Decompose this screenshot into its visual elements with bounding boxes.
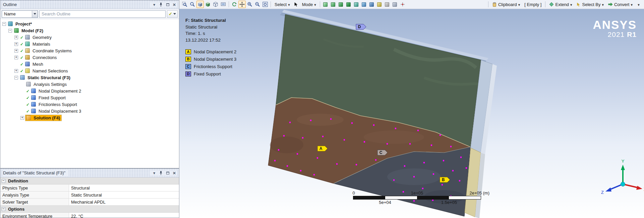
rotate-icon[interactable] (231, 1, 238, 8)
collapse-icon[interactable] (2, 179, 5, 183)
expander-icon[interactable] (8, 29, 12, 33)
select-edge-filter-icon[interactable] (330, 1, 337, 8)
combobox-arrow-button[interactable] (32, 11, 38, 17)
tree-item-static-structural[interactable]: Static Structural (F3) (0, 74, 179, 81)
collapse-icon[interactable] (2, 207, 5, 211)
clipboard-menu[interactable]: Clipboard (490, 1, 522, 8)
details-value[interactable]: Mechanical APDL (69, 199, 179, 205)
expander-icon[interactable] (14, 69, 18, 73)
zoom-in-icon[interactable] (246, 1, 253, 8)
pin-icon[interactable] (158, 170, 164, 176)
triad-origin-sphere[interactable] (621, 182, 625, 186)
annotation-legend: A Nodal Displacement 2 B Nodal Displacem… (185, 48, 236, 77)
expander-icon[interactable] (14, 36, 18, 39)
image-capture-icon[interactable] (220, 1, 227, 8)
panel-menu-icon[interactable] (152, 170, 157, 176)
maximize-icon[interactable] (165, 170, 170, 176)
expander-icon[interactable] (14, 49, 18, 53)
selected-item-highlight: Solution (F4) (25, 115, 61, 121)
select-mesh-elements-icon[interactable] (368, 1, 375, 8)
tree-item-solution[interactable]: Solution (F4) (0, 114, 179, 121)
convert-arrow-icon (608, 2, 613, 6)
y-axis-arrow-icon[interactable] (621, 165, 625, 170)
details-value[interactable]: Static Structural (69, 192, 179, 198)
look-at-face-icon[interactable] (204, 1, 212, 8)
zoom-icon[interactable] (189, 1, 196, 8)
status-check-icon (19, 48, 24, 53)
panel-menu-icon[interactable] (152, 2, 157, 7)
wireframe-view-icon[interactable] (212, 1, 219, 8)
maximize-icon[interactable] (165, 2, 170, 7)
select-menu[interactable]: Select (273, 1, 292, 8)
expander-icon[interactable] (14, 42, 18, 46)
expander-icon[interactable] (14, 56, 18, 59)
details-value[interactable]: 22. °C (69, 213, 179, 218)
close-icon[interactable] (172, 2, 177, 7)
fixed-support-icon (31, 95, 36, 100)
details-section-options[interactable]: Options (0, 206, 179, 213)
annotation-flag-d[interactable]: D (356, 24, 366, 30)
status-check-icon (19, 55, 24, 60)
toolbar-right-group: Clipboard [ Empty ] Extend Select By (487, 1, 642, 8)
nodal-displacement-icon (31, 109, 36, 113)
iso-view-icon[interactable] (196, 1, 204, 8)
z-axis-arrow-icon[interactable] (605, 187, 611, 192)
static-structural-icon (20, 75, 25, 80)
nodal-displacement-icon (31, 89, 36, 93)
geometry-scene[interactable]: D A C B (179, 9, 644, 218)
orientation-triad[interactable]: Y X Z (598, 159, 644, 212)
select-mesh-nodes-icon[interactable] (360, 1, 368, 8)
expander-icon[interactable] (20, 116, 24, 120)
extend-selection-icon[interactable] (353, 1, 360, 8)
expander-spacer (20, 89, 24, 93)
selection-filter-icon[interactable] (384, 1, 391, 8)
tree-item-materials[interactable]: Materials (0, 41, 179, 47)
pin-icon[interactable] (158, 2, 164, 7)
search-filter-button[interactable] (167, 10, 178, 18)
tree-item-mesh[interactable]: Mesh (0, 61, 179, 67)
tree-item-frictionless-support[interactable]: Frictionless Support (0, 101, 179, 108)
pan-icon[interactable] (238, 1, 246, 8)
close-icon[interactable] (172, 170, 177, 176)
expander-spacer (20, 96, 24, 100)
clipboard-empty-label: [ Empty ] (524, 2, 541, 7)
tree-item-analysis-settings[interactable]: Analysis Settings (0, 81, 179, 88)
mode-menu[interactable]: Mode (300, 1, 318, 8)
details-section-definition[interactable]: Definition (0, 177, 179, 184)
tree-item-fixed-support[interactable]: Fixed Support (0, 94, 179, 101)
tree-item-connections[interactable]: Connections (0, 54, 179, 61)
select-by-menu[interactable]: Select By (574, 1, 605, 8)
tree-item-nodal-displacement-3[interactable]: Nodal Displacement 3 (0, 108, 179, 114)
extend-menu[interactable]: Extend (547, 1, 574, 8)
search-scope-combobox[interactable]: Name (2, 10, 38, 18)
model-viewport[interactable]: D A C B F: Static Structural Static (179, 9, 644, 218)
tree-item-project[interactable]: Project* (0, 20, 179, 27)
zoom-out-icon[interactable] (254, 1, 261, 8)
zoom-fit-icon[interactable] (261, 1, 269, 8)
tree-item-model[interactable]: Model (F2) (0, 27, 179, 34)
legend-item: B Nodal Displacement 3 (185, 55, 236, 63)
selection-filter-icon[interactable] (391, 1, 399, 8)
select-face-filter-icon[interactable] (337, 1, 345, 8)
search-input[interactable] (39, 10, 166, 18)
expander-icon[interactable] (2, 22, 6, 26)
analysis-info-block: F: Static Structural Static Structural T… (185, 17, 226, 43)
x-axis-arrow-icon[interactable] (636, 186, 642, 190)
tree-item-geometry[interactable]: Geometry (0, 34, 179, 41)
details-panel-header[interactable]: Details of "Static Structural (F3)" (0, 169, 179, 177)
tree-item-named-selections[interactable]: Named Selections (0, 67, 179, 74)
convert-menu[interactable]: Convert (606, 1, 635, 8)
hit-point-icon[interactable] (399, 1, 406, 8)
outline-panel-header[interactable]: Outline (0, 0, 179, 9)
select-body-filter-icon[interactable] (345, 1, 352, 8)
select-named-selection-icon[interactable] (376, 1, 383, 8)
select-vertex-filter-icon[interactable] (322, 1, 329, 8)
zoom-box-icon[interactable] (181, 1, 188, 8)
toolbar-overflow-icon[interactable] (635, 1, 642, 8)
details-value[interactable]: Structural (69, 184, 179, 191)
expander-icon[interactable] (14, 76, 18, 79)
tree-item-coordinate-systems[interactable]: Coordinate Systems (0, 47, 179, 54)
cursor-icon[interactable] (292, 1, 300, 8)
tree-item-nodal-displacement-2[interactable]: Nodal Displacement 2 (0, 88, 179, 94)
details-label: Analysis Type (0, 192, 69, 198)
